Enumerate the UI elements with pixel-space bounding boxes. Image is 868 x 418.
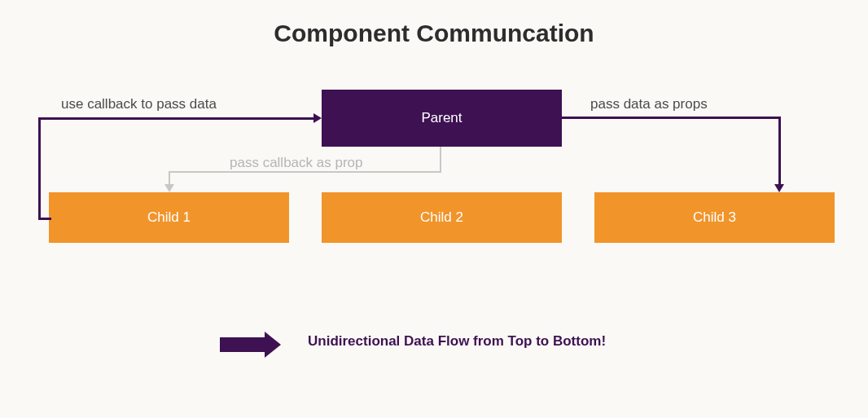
callback-prop-label: pass callback as prop <box>230 155 362 171</box>
arrow-callback-prop <box>440 147 441 173</box>
diagram-title: Component Communcation <box>0 20 868 47</box>
arrow-callback-up-head-icon <box>313 113 322 123</box>
arrow-callback-prop-head-icon <box>164 184 174 192</box>
arrow-props <box>778 117 781 186</box>
child1-node: Child 1 <box>49 192 289 243</box>
arrow-props <box>562 117 781 119</box>
arrow-callback-prop <box>170 171 441 173</box>
arrow-callback-up <box>38 117 41 220</box>
child3-node: Child 3 <box>594 192 835 243</box>
parent-node: Parent <box>322 90 562 147</box>
arrow-callback-up <box>38 117 315 120</box>
child2-node: Child 2 <box>322 192 562 243</box>
legend-arrow-icon <box>220 332 281 358</box>
arrow-props-head-icon <box>774 184 784 192</box>
callback-up-label: use callback to pass data <box>61 96 217 112</box>
legend-text: Unidirectional Data Flow from Top to Bot… <box>308 333 606 350</box>
props-label: pass data as props <box>590 96 708 112</box>
